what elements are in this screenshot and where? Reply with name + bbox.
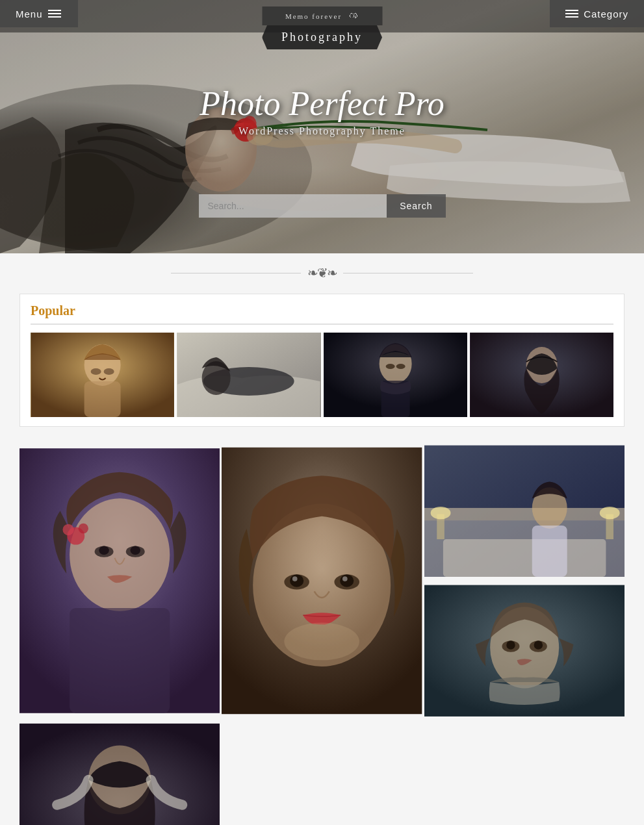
popular-svg-2 bbox=[177, 333, 320, 417]
svg-point-36 bbox=[290, 574, 303, 587]
grid-svg-3 bbox=[424, 442, 625, 580]
logo-area: Memo forever ꩠ Photography bbox=[262, 6, 382, 49]
logo-photography-text: Photography bbox=[281, 31, 363, 44]
svg-point-10 bbox=[91, 368, 101, 375]
svg-rect-9 bbox=[84, 381, 121, 417]
search-button[interactable]: Search bbox=[387, 194, 445, 218]
svg-point-18 bbox=[385, 364, 394, 369]
popular-grid bbox=[31, 333, 613, 417]
hamburger-icon bbox=[48, 8, 61, 19]
site-title-area: Photo Perfect Pro WordPress Photography … bbox=[200, 84, 444, 137]
svg-rect-28 bbox=[70, 608, 170, 713]
header: Menu Category Memo forever ꩠ Photography… bbox=[0, 0, 644, 253]
grid-svg-4 bbox=[424, 582, 625, 720]
divider-line: ❧❦❧ bbox=[0, 265, 644, 281]
svg-rect-44 bbox=[443, 539, 606, 577]
main-content: Popular bbox=[0, 287, 644, 825]
svg-point-56 bbox=[534, 641, 542, 649]
divider-ornament: ❧❦❧ bbox=[307, 265, 337, 281]
svg-point-46 bbox=[430, 507, 450, 519]
grid-svg-center bbox=[222, 442, 422, 719]
popular-photo-1 bbox=[31, 333, 174, 417]
grid-item-1[interactable] bbox=[19, 442, 220, 719]
popular-title: Popular bbox=[31, 303, 613, 325]
popular-item-2[interactable] bbox=[177, 333, 320, 417]
svg-rect-50 bbox=[532, 526, 567, 577]
svg-point-55 bbox=[506, 641, 515, 649]
svg-point-19 bbox=[396, 364, 405, 369]
svg-point-38 bbox=[292, 576, 298, 581]
logo-top-text: Memo forever bbox=[285, 12, 342, 20]
svg-point-37 bbox=[340, 574, 354, 587]
svg-point-27 bbox=[131, 546, 140, 555]
grid-item-4[interactable] bbox=[424, 582, 625, 720]
svg-point-11 bbox=[104, 368, 114, 375]
menu-label: Menu bbox=[16, 8, 43, 19]
logo-banner: Photography bbox=[262, 25, 382, 49]
popular-item-3[interactable] bbox=[324, 333, 467, 417]
popular-section: Popular bbox=[19, 294, 625, 427]
section-divider: ❧❦❧ bbox=[0, 253, 644, 287]
popular-svg-3 bbox=[324, 333, 467, 417]
popular-photo-4 bbox=[470, 333, 613, 417]
svg-point-31 bbox=[79, 524, 88, 533]
logo-top: Memo forever ꩠ bbox=[262, 6, 382, 25]
popular-item-1[interactable] bbox=[31, 333, 174, 417]
svg-point-26 bbox=[99, 546, 109, 555]
popular-svg-1 bbox=[31, 333, 174, 417]
grid-item-5[interactable] bbox=[19, 721, 220, 825]
search-input[interactable] bbox=[199, 194, 387, 218]
svg-point-39 bbox=[342, 576, 348, 581]
logo-swirl-icon: ꩠ bbox=[346, 9, 359, 23]
grid-item-3[interactable] bbox=[424, 442, 625, 580]
search-area: Search bbox=[199, 194, 446, 218]
site-subtitle: WordPress Photography Theme bbox=[200, 125, 444, 137]
svg-point-23 bbox=[70, 498, 170, 611]
grid-svg-5 bbox=[19, 721, 220, 825]
category-label: Category bbox=[584, 8, 628, 19]
popular-photo-2 bbox=[177, 333, 320, 417]
popular-item-4[interactable] bbox=[470, 333, 613, 417]
list-icon bbox=[565, 8, 578, 19]
svg-point-30 bbox=[62, 524, 73, 535]
svg-point-48 bbox=[599, 507, 619, 519]
popular-photo-3 bbox=[324, 333, 467, 417]
menu-button[interactable]: Menu bbox=[0, 0, 78, 27]
category-button[interactable]: Category bbox=[550, 0, 644, 27]
svg-rect-43 bbox=[424, 508, 625, 520]
svg-point-40 bbox=[285, 623, 360, 661]
site-title: Photo Perfect Pro bbox=[200, 84, 444, 123]
main-photo-grid bbox=[19, 442, 625, 825]
popular-svg-4 bbox=[470, 333, 613, 417]
grid-item-center[interactable] bbox=[222, 442, 422, 719]
grid-svg-1 bbox=[19, 442, 220, 719]
